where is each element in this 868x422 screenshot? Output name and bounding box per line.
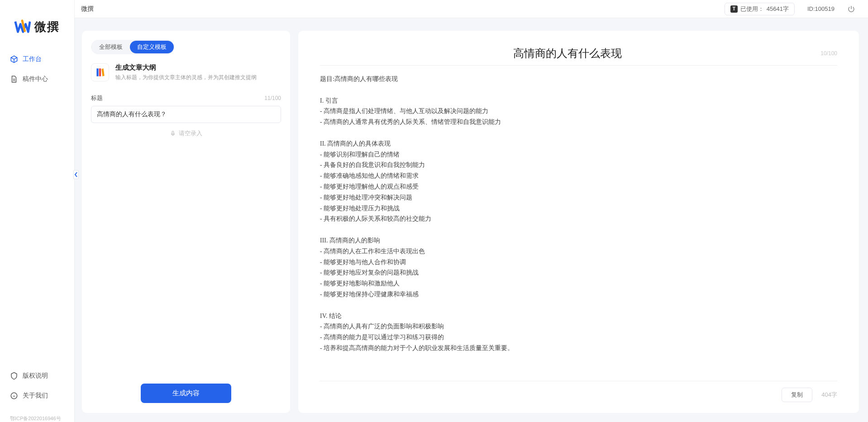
sidebar-item-label: 工作台	[23, 55, 42, 63]
sidebar-collapse-button[interactable]	[73, 170, 79, 179]
brand-name: 微撰	[34, 19, 60, 35]
books-icon	[91, 63, 109, 81]
tab-all-templates[interactable]: 全部模板	[92, 41, 130, 53]
text-badge-icon: T	[730, 5, 738, 13]
power-icon[interactable]	[847, 5, 855, 13]
shield-icon	[10, 372, 18, 380]
usage-indicator[interactable]: T 已使用： 45641字	[725, 3, 795, 15]
usage-value: 45641字	[767, 5, 789, 13]
voice-input-button[interactable]: 请空录入	[91, 129, 281, 138]
sidebar-item-label: 关于我们	[23, 392, 48, 400]
sidebar-item-label: 版权说明	[23, 372, 48, 380]
user-id: ID:100519	[807, 5, 835, 12]
copy-button[interactable]: 复制	[782, 388, 812, 402]
output-title-counter: 10/100	[815, 50, 837, 57]
sidebar: 微撰 工作台 稿件中心 版权说明	[0, 0, 75, 422]
sidebar-item-workspace[interactable]: 工作台	[10, 52, 74, 67]
logo-icon	[14, 18, 31, 35]
sidebar-item-copyright[interactable]: 版权说明	[10, 368, 74, 384]
template-description: 输入标题，为你提供文章主体的灵感，并为其创建推文提纲	[115, 74, 257, 81]
template-tabs: 全部模板 自定义模板	[91, 40, 175, 54]
usage-label: 已使用：	[740, 5, 764, 13]
microphone-icon	[170, 130, 176, 137]
generate-button[interactable]: 生成内容	[141, 384, 231, 403]
document-icon	[10, 75, 18, 83]
voice-hint-text: 请空录入	[179, 129, 202, 138]
title-field-label: 标题	[91, 94, 103, 102]
icp-text: 鄂ICP备2022016946号	[0, 413, 74, 422]
output-word-count: 404字	[821, 391, 837, 399]
cube-icon	[10, 55, 18, 63]
sidebar-item-about[interactable]: 关于我们	[10, 388, 74, 403]
output-body[interactable]: 题目:高情商的人有哪些表现 I. 引言 - 高情商是指人们处理情绪、与他人互动以…	[320, 74, 837, 375]
template-title: 生成文章大纲	[115, 63, 257, 72]
brand-logo[interactable]: 微撰	[0, 0, 74, 52]
sidebar-item-drafts[interactable]: 稿件中心	[10, 71, 74, 87]
info-icon	[10, 392, 18, 400]
input-panel: 全部模板 自定义模板 生成文章大纲 输入标题，为你提供文章主体的灵感，并为其创建…	[82, 31, 290, 413]
topbar: 微撰 T 已使用： 45641字 ID:100519	[75, 0, 868, 18]
title-input[interactable]	[91, 106, 281, 123]
chevron-left-icon	[74, 172, 78, 177]
output-title: 高情商的人有什么表现	[320, 46, 815, 61]
output-panel: 高情商的人有什么表现 10/100 题目:高情商的人有哪些表现 I. 引言 - …	[298, 31, 859, 413]
sidebar-bottom: 版权说明 关于我们	[0, 368, 74, 413]
tab-custom-templates[interactable]: 自定义模板	[130, 41, 174, 53]
sidebar-nav: 工作台 稿件中心	[0, 52, 74, 91]
svg-rect-1	[172, 131, 174, 134]
title-char-count: 11/100	[264, 95, 281, 101]
template-card: 生成文章大纲 输入标题，为你提供文章主体的灵感，并为其创建推文提纲	[91, 63, 281, 81]
page-title: 微撰	[81, 5, 94, 13]
sidebar-item-label: 稿件中心	[23, 75, 48, 83]
